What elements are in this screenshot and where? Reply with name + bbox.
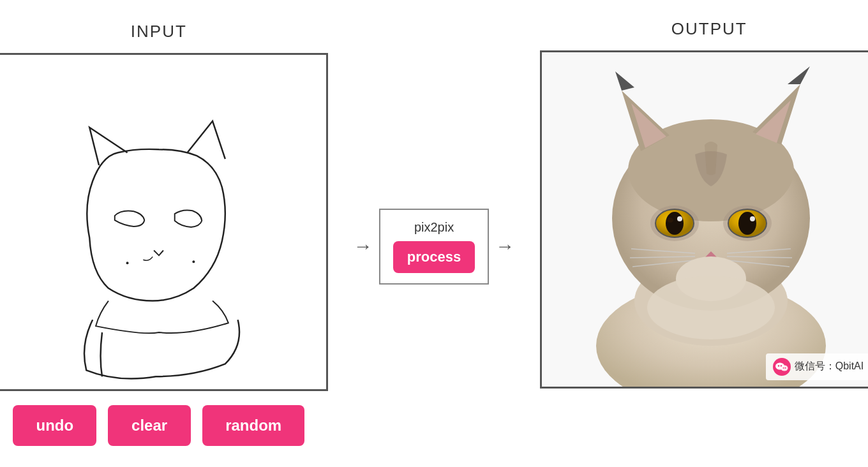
svg-point-16: [666, 212, 684, 235]
svg-point-0: [126, 262, 128, 264]
process-container: → pix2pix process →: [347, 209, 521, 285]
process-box: pix2pix process: [379, 209, 489, 285]
watermark: 微信号：QbitAI: [766, 353, 868, 380]
svg-point-21: [750, 216, 755, 221]
random-button[interactable]: random: [202, 405, 304, 446]
clear-button[interactable]: clear: [108, 405, 191, 446]
wechat-icon: [772, 357, 791, 376]
input-panel: INPUT: [0, 22, 328, 446]
svg-point-18: [677, 216, 682, 221]
output-panel: OUTPUT: [540, 19, 868, 448]
right-arrow-icon: →: [495, 235, 514, 257]
output-label: OUTPUT: [671, 19, 747, 39]
input-canvas[interactable]: [0, 53, 328, 391]
watermark-text: 微信号：QbitAI: [795, 360, 864, 373]
svg-point-38: [782, 367, 784, 368]
svg-point-35: [777, 365, 779, 367]
cat-sketch-svg: [0, 55, 326, 389]
left-arrow-icon: →: [354, 235, 373, 257]
svg-point-32: [647, 276, 775, 339]
input-label: INPUT: [131, 22, 187, 41]
main-layout: INPUT: [0, 0, 868, 467]
svg-point-20: [738, 212, 756, 235]
svg-point-37: [781, 365, 788, 371]
svg-point-1: [192, 260, 195, 263]
process-button[interactable]: process: [393, 241, 475, 273]
undo-button[interactable]: undo: [13, 405, 96, 446]
process-title: pix2pix: [414, 220, 454, 235]
output-canvas: 微信号：QbitAI: [540, 50, 868, 389]
svg-point-39: [784, 367, 786, 368]
svg-point-17: [667, 218, 673, 223]
input-buttons-row: undo clear random: [13, 405, 304, 446]
output-cat-svg: [542, 52, 868, 389]
